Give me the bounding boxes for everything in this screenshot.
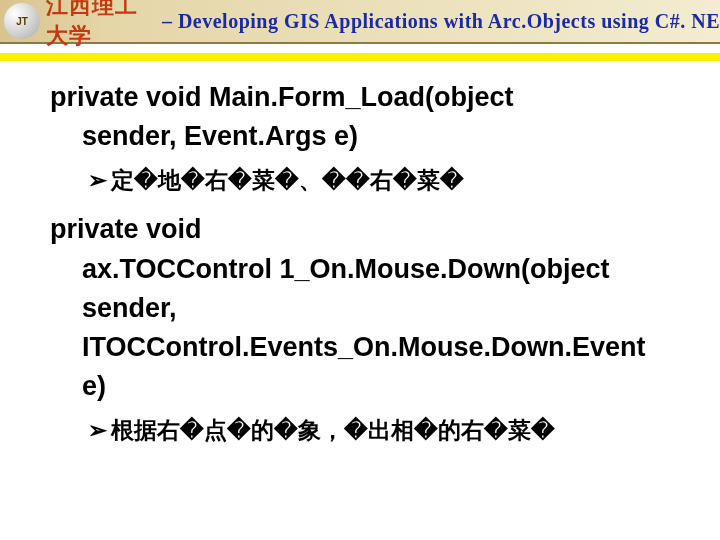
bullet-1: ➢定�地�右�菜�、��右�菜� [30, 164, 690, 196]
slide-header: JT 江西理工大学 – Developing GIS Applications … [0, 0, 720, 44]
code-signature-line2: sender, Event.Args e) [30, 117, 690, 156]
slide-body: private void Main.Form_Load(object sende… [0, 44, 720, 446]
university-logo: JT [4, 3, 40, 39]
code2-line5: e) [30, 367, 690, 406]
code2-line1: private void [30, 210, 690, 249]
code-signature-line1: private void Main.Form_Load(object [30, 78, 690, 117]
logo-text: JT [16, 16, 28, 27]
university-name-cn: 江西理工大学 [46, 0, 158, 51]
code-block-2: private void ax.TOCControl 1_On.Mouse.Do… [30, 210, 690, 446]
code2-line2: ax.TOCControl 1_On.Mouse.Down(object [30, 250, 690, 289]
code-block-1: private void Main.Form_Load(object sende… [30, 78, 690, 196]
triangle-bullet-icon: ➢ [88, 164, 107, 196]
triangle-bullet-icon: ➢ [88, 414, 107, 446]
bullet-1-text: 定�地�右�菜�、��右�菜� [111, 167, 464, 193]
code2-line3: sender, [30, 289, 690, 328]
highlight-bar [0, 53, 720, 61]
code2-line4: ITOCControl.Events_On.Mouse.Down.Event [30, 328, 690, 367]
bullet-2: ➢根据右�点�的�象，�出相�的右�菜� [30, 414, 690, 446]
course-title-en: – Developing GIS Applications with Arc.O… [162, 10, 720, 33]
bullet-2-text: 根据右�点�的�象，�出相�的右�菜� [111, 417, 555, 443]
